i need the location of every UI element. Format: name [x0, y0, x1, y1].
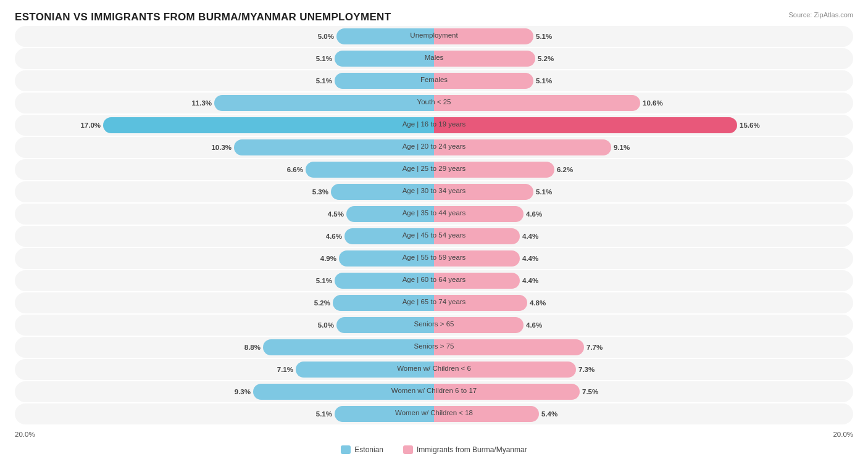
- right-value-label: 4.6%: [526, 210, 542, 218]
- chart-row: 5.1%4.4%Age | 60 to 64 years: [15, 270, 853, 291]
- chart-row: 8.8%7.7%Seniors > 75: [15, 337, 853, 358]
- legend-estonian: Estonian: [341, 445, 383, 454]
- left-value-label: 6.6%: [287, 166, 303, 173]
- left-value-label: 5.2%: [314, 299, 330, 307]
- right-value-label: 6.2%: [557, 166, 573, 173]
- right-value-label: 5.2%: [538, 55, 554, 62]
- legend-estonian-box: [341, 445, 351, 454]
- chart-row: 4.6%4.4%Age | 45 to 54 years: [15, 226, 853, 247]
- right-value-label: 5.1%: [536, 188, 552, 196]
- chart-row: 11.3%10.6%Youth < 25: [15, 93, 853, 114]
- right-value-label: 7.5%: [582, 388, 598, 395]
- right-value-label: 5.1%: [536, 33, 552, 40]
- left-value-label: 5.0%: [318, 321, 334, 329]
- right-value-label: 9.1%: [614, 144, 630, 151]
- chart-row: 17.0%15.6%Age | 16 to 19 years: [15, 115, 853, 136]
- chart-row: 5.0%4.6%Seniors > 65: [15, 315, 853, 336]
- left-value-label: 5.1%: [316, 55, 332, 62]
- source-label: Source: ZipAtlas.com: [788, 11, 853, 19]
- legend: Estonian Immigrants from Burma/Myanmar: [15, 445, 853, 454]
- right-value-label: 7.7%: [586, 344, 603, 351]
- chart-title: ESTONIAN VS IMMIGRANTS FROM BURMA/MYANMA…: [15, 11, 391, 23]
- left-value-label: 9.3%: [235, 388, 251, 395]
- chart-row: 7.1%7.3%Women w/ Children < 6: [15, 359, 853, 380]
- chart-row: 5.1%5.4%Women w/ Children < 18: [15, 403, 853, 424]
- chart-row: 5.3%5.1%Age | 30 to 34 years: [15, 181, 853, 202]
- left-value-label: 10.3%: [211, 144, 232, 151]
- right-value-label: 5.1%: [536, 77, 552, 85]
- left-value-label: 5.1%: [316, 77, 332, 85]
- right-value-label: 4.8%: [530, 299, 546, 307]
- left-value-label: 4.9%: [320, 255, 336, 262]
- chart-row: 10.3%9.1%Age | 20 to 24 years: [15, 137, 853, 158]
- legend-estonian-label: Estonian: [354, 445, 383, 454]
- left-value-label: 4.6%: [326, 233, 342, 240]
- chart-row: 4.5%4.6%Age | 35 to 44 years: [15, 204, 853, 225]
- right-value-label: 10.6%: [643, 99, 663, 107]
- left-value-label: 5.3%: [312, 188, 328, 196]
- left-value-label: 11.3%: [191, 99, 212, 107]
- axis-left-label: 20.0%: [15, 431, 35, 438]
- left-value-label: 5.1%: [316, 277, 332, 284]
- right-value-label: 4.4%: [522, 233, 538, 240]
- chart-row: 9.3%7.5%Women w/ Children 6 to 17: [15, 381, 853, 402]
- chart-row: 5.0%5.1%Unemployment: [15, 26, 853, 47]
- right-value-label: 4.6%: [526, 321, 542, 329]
- right-value-label: 4.4%: [522, 255, 538, 262]
- right-value-label: 4.4%: [522, 277, 538, 284]
- left-value-label: 8.8%: [244, 344, 261, 351]
- chart-row: 4.9%4.4%Age | 55 to 59 years: [15, 248, 853, 269]
- left-value-label: 7.1%: [277, 366, 293, 373]
- axis-right-label: 20.0%: [833, 431, 853, 438]
- left-value-label: 4.5%: [328, 210, 344, 218]
- chart-row: 5.1%5.2%Males: [15, 48, 853, 69]
- chart-area: 5.0%5.1%Unemployment5.1%5.2%Males5.1%5.1…: [15, 26, 853, 424]
- legend-immigrants-box: [403, 445, 413, 454]
- legend-immigrants-label: Immigrants from Burma/Myanmar: [417, 445, 527, 454]
- left-value-label: 5.1%: [316, 410, 332, 418]
- right-value-label: 15.6%: [740, 122, 760, 129]
- chart-row: 5.2%4.8%Age | 65 to 74 years: [15, 292, 853, 313]
- right-value-label: 7.3%: [578, 366, 595, 373]
- chart-container: ESTONIAN VS IMMIGRANTS FROM BURMA/MYANMA…: [0, 0, 868, 465]
- right-value-label: 5.4%: [541, 410, 557, 418]
- left-value-label: 5.0%: [318, 33, 334, 40]
- legend-immigrants: Immigrants from Burma/Myanmar: [403, 445, 527, 454]
- chart-row: 5.1%5.1%Females: [15, 70, 853, 91]
- chart-row: 6.6%6.2%Age | 25 to 29 years: [15, 159, 853, 180]
- left-value-label: 17.0%: [80, 122, 101, 129]
- axis-row: 20.0% 20.0%: [15, 428, 853, 440]
